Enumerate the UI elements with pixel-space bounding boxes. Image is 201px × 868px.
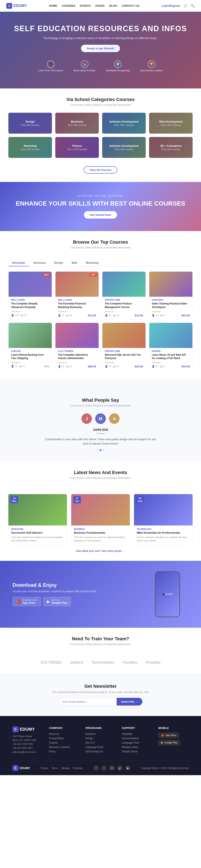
navbar-logo[interactable]: E EDUMY	[6, 3, 27, 9]
footer-company-title: COMPANY	[49, 726, 79, 730]
course-stars-3: ★★★★☆	[105, 310, 143, 313]
footer-programs-link-5[interactable]: Self-Driving Car	[85, 750, 116, 753]
social-youtube[interactable]: ▶	[125, 765, 131, 771]
course-card-1[interactable]: HOT WELL LEARN The Complete Shopify Alie…	[8, 272, 52, 319]
partner-2[interactable]: Jailbird	[70, 660, 83, 665]
footer-programs-link-1[interactable]: Business	[85, 733, 116, 736]
nav-events[interactable]: EVENTS	[80, 4, 91, 7]
cat-count-3: Over 750+ Courses	[114, 124, 134, 126]
t-dot-3[interactable]	[103, 450, 104, 451]
footer-support-link-3[interactable]: Language Pack	[122, 741, 152, 744]
footer-bottom-link-4[interactable]: Purchase	[73, 767, 83, 769]
newsletter-subscribe-button[interactable]: Subscribe →	[117, 698, 142, 706]
news-card-1[interactable]: 24 May Education Successful Self-Starter…	[8, 494, 67, 545]
course-card-4[interactable]: JOHN DICK Sales Training Practical Sales…	[149, 272, 193, 319]
app-store-button[interactable]: 🍎 Available on the App Store	[12, 597, 41, 606]
search-icon[interactable]: 🔍	[191, 4, 195, 8]
footer-support-link-1[interactable]: Helpdesk	[122, 733, 152, 736]
categories-title: Via School Categories Courses	[4, 97, 197, 102]
footer-app-store-button[interactable]: 🍎 App Store	[158, 733, 179, 738]
course-card-8[interactable]: PANARA Learn React JS and Web API for cr…	[149, 323, 193, 371]
course-card-7[interactable]: KRISTEN JANE Microsoft SQL Server 2017 f…	[102, 323, 146, 371]
testimonial-avatar-3[interactable]: A	[109, 413, 119, 424]
login-link[interactable]: Login/Register	[162, 4, 180, 7]
cat-count-8: Over 100 Courses	[162, 148, 180, 151]
partner-4[interactable]: FoodGo	[123, 660, 137, 665]
google-play-button[interactable]: ▶ Get it on Google Play	[44, 597, 71, 606]
cat-name-6: Fitness	[72, 144, 82, 148]
news-tag-3: Technology	[137, 528, 190, 530]
news-title: Latest News And Events	[4, 470, 197, 475]
footer-company-link-1[interactable]: About Us	[49, 733, 79, 736]
footer-support-link-5[interactable]: Donate Abuse	[122, 750, 152, 753]
partner-1[interactable]: ICO TOKEN	[40, 660, 62, 665]
news-tag-1: Education	[11, 528, 64, 530]
tab-design[interactable]: Design	[51, 259, 67, 267]
course-price-2: $13.00	[88, 314, 96, 317]
see-more-link[interactable]: Like what you see? See more posts →	[8, 549, 193, 553]
course-price-3: $13.00	[135, 314, 143, 317]
course-card-3[interactable]: KRISTEN JANE The Complete Product Manage…	[102, 272, 146, 319]
news-card-2[interactable]: 17 Jun Business Business Fundamentals Th…	[71, 494, 130, 545]
cat-overlay-5: Marketing Over 100 Courses	[8, 137, 52, 158]
category-card-software-dev[interactable]: Software Development Over 750+ Courses	[102, 113, 146, 134]
footer-programs-link-2[interactable]: Design	[85, 737, 116, 740]
footer-support-link-4[interactable]: Release Notes	[122, 746, 152, 749]
hero-cta-button[interactable]: Ready to get Started!	[81, 45, 120, 52]
social-googleplus[interactable]: g+	[117, 765, 123, 771]
tab-developer[interactable]: Developer	[8, 259, 29, 267]
hero-feature-3-label: Worldwide Recognizing	[106, 69, 130, 72]
course-body-2: WELL LEARN The Essential Financial Model…	[56, 297, 98, 319]
tab-web[interactable]: Web	[68, 259, 81, 267]
nav-courses[interactable]: COURSES	[62, 4, 75, 7]
footer-company-link-4[interactable]: Become a Teacher	[49, 746, 79, 749]
category-card-business[interactable]: Business Over 100 Courses	[55, 113, 99, 134]
hero-feature-1: 🎓 Learn From The Experts	[38, 60, 63, 72]
category-card-web-dev[interactable]: Web Development Over 100+ Courses	[149, 113, 193, 134]
t-dot-1[interactable]	[97, 450, 98, 451]
footer-company-link-2[interactable]: Pricing Plans	[49, 737, 79, 740]
footer-google-play-button[interactable]: ▶ Google Play	[158, 740, 180, 745]
nav-pages[interactable]: PAGES	[95, 4, 105, 7]
nav-contact[interactable]: CONTACT US	[122, 4, 139, 7]
category-card-fitness[interactable]: Fitness Your 1,436 Courses	[55, 137, 99, 158]
footer-company-link-3[interactable]: Careers	[49, 741, 79, 744]
category-card-software-dev-2[interactable]: Software Development Over 100 Courses	[102, 137, 146, 158]
footer-company-link-5[interactable]: Press	[49, 750, 79, 753]
newsletter-email-input[interactable]	[59, 698, 117, 706]
cart-icon[interactable]: 🛒	[183, 4, 188, 8]
enhance-cta-button[interactable]: Get Started Now	[84, 211, 117, 218]
nav-home[interactable]: HOME	[49, 4, 57, 7]
course-card-5[interactable]: CHEN NG Learn Ethical Hacking from Your …	[8, 323, 52, 371]
category-card-design[interactable]: Design Over 200 Courses	[8, 113, 52, 134]
course-footer-8: 👤 32 · 📖 9 $44.00	[152, 365, 190, 368]
course-stars-8: ★★★★☆	[152, 361, 190, 364]
partners-title: Need To Train Your Team?	[4, 636, 197, 642]
tab-business[interactable]: Business	[30, 259, 50, 267]
social-twitter[interactable]: t	[101, 765, 107, 771]
tab-marketing[interactable]: Marketing	[82, 259, 102, 267]
course-card-2[interactable]: HOT WELL LEARN The Essential Financial M…	[55, 272, 99, 319]
testimonial-avatar-1[interactable]: J	[82, 413, 92, 424]
footer-programs-link-3[interactable]: Dev & IT	[85, 741, 116, 744]
news-card-3[interactable]: 22 Aug Technology MBA Essentials for Pro…	[134, 494, 193, 545]
footer-bottom-link-3[interactable]: Sitemap	[61, 767, 69, 769]
enhance-banner: STARTING ONLINE LEARNING ENHANCE YOUR SK…	[0, 182, 201, 231]
category-card-3d[interactable]: 3D + Animations Over 100 Courses	[149, 137, 193, 158]
testimonial-avatar-2[interactable]: M	[95, 413, 106, 424]
footer-programs-link-4[interactable]: Language Facts	[85, 746, 116, 749]
category-card-marketing[interactable]: Marketing Over 100 Courses	[8, 137, 52, 158]
course-card-6[interactable]: KYLE TRAINER The Complete Salesforce Cla…	[55, 323, 99, 371]
footer-bottom-link-2[interactable]: Terms	[52, 767, 58, 769]
partner-3[interactable]: TechnoStore	[92, 660, 115, 665]
partner-5[interactable]: Prindika	[145, 660, 161, 665]
footer-support-link-2[interactable]: Documentation	[122, 737, 152, 740]
footer-bottom-link-1[interactable]: Privacy	[40, 767, 48, 769]
hero-feature-2: 📚 Book Library & Notes	[74, 60, 95, 72]
footer: E EDUMY 1247 Ellison Street Bronx, NY 10…	[0, 716, 201, 775]
nav-blog[interactable]: BLOG	[109, 4, 117, 7]
view-all-courses-button[interactable]: View All Courses	[84, 166, 117, 174]
t-dot-2[interactable]	[100, 450, 101, 451]
social-facebook[interactable]: f	[93, 765, 99, 771]
social-linkedin[interactable]: in	[109, 765, 115, 771]
